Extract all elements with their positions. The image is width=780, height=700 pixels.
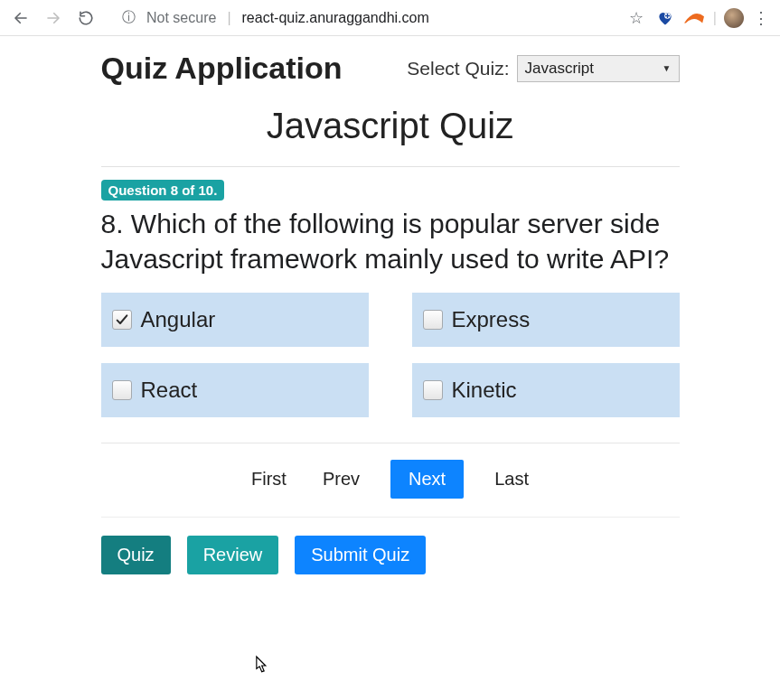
app-title: Quiz Application [101,51,343,86]
quiz-button[interactable]: Quiz [101,536,171,574]
checkbox-icon[interactable] [423,310,443,330]
reload-button[interactable] [72,5,99,32]
question-text: 8. Which of the following is popular ser… [101,206,680,276]
pagination: First Prev Next Last [101,460,680,499]
pagination-prev[interactable]: Prev [317,462,365,497]
address-url[interactable]: react-quiz.anuraggandhi.com [242,10,619,26]
address-divider: | [227,10,230,26]
select-quiz-label: Select Quiz: [407,58,509,79]
back-button[interactable] [7,5,34,32]
quiz-select-dropdown[interactable]: Javascript ▼ [517,55,680,82]
divider-middle [101,443,680,443]
checkbox-icon[interactable] [112,310,132,330]
pagination-last[interactable]: Last [489,462,534,497]
toolbar-divider: | [713,10,717,26]
checkbox-icon[interactable] [112,380,132,400]
browser-toolbar: ⓘ Not secure | react-quiz.anuraggandhi.c… [0,0,780,36]
option-label: Express [452,307,531,332]
action-buttons: Quiz Review Submit Quiz [101,536,680,574]
forward-button[interactable] [40,5,67,32]
option-angular[interactable]: Angular [101,293,369,347]
heart-extension-icon[interactable] [653,6,677,30]
quiz-title: Javascript Quiz [101,106,680,146]
option-express[interactable]: Express [412,293,680,347]
divider-bottom [101,517,680,518]
question-progress-badge: Question 8 of 10. [101,180,225,201]
options-grid: Angular Express React Kinetic [101,293,680,417]
divider-top [101,166,680,167]
review-button[interactable]: Review [187,536,279,574]
quiz-select-value: Javascript [525,60,595,78]
option-label: Kinetic [452,378,517,403]
info-icon[interactable]: ⓘ [119,9,137,27]
browser-menu-icon[interactable]: ⋮ [749,6,773,30]
quiz-selector: Select Quiz: Javascript ▼ [407,55,679,82]
not-secure-label: Not secure [146,10,216,26]
option-kinetic[interactable]: Kinetic [412,363,680,417]
extension-icon[interactable] [682,6,706,30]
option-label: Angular [141,307,216,332]
submit-quiz-button[interactable]: Submit Quiz [295,536,426,574]
profile-avatar[interactable] [724,8,744,28]
page-content: Quiz Application Select Quiz: Javascript… [0,36,780,593]
option-react[interactable]: React [101,363,369,417]
cursor-icon [251,655,269,680]
pagination-first[interactable]: First [246,462,292,497]
checkbox-icon[interactable] [423,380,443,400]
chevron-down-icon: ▼ [663,63,672,73]
pagination-next[interactable]: Next [390,460,464,499]
option-label: React [141,378,198,403]
star-icon[interactable]: ☆ [625,6,648,30]
